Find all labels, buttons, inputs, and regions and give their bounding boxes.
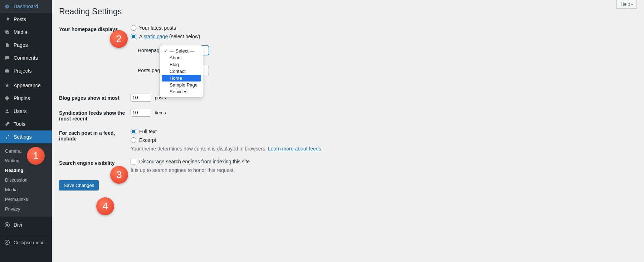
- sidebar-item-settings[interactable]: Settings: [0, 130, 52, 143]
- sidebar-label: Plugins: [14, 95, 30, 101]
- media-icon: [4, 29, 11, 36]
- help-tab[interactable]: Help: [616, 0, 637, 9]
- settings-icon: [4, 133, 11, 140]
- sidebar-item-users[interactable]: Users: [0, 105, 52, 118]
- sidebar-label: Users: [14, 108, 27, 114]
- row-blog-pages: Blog pages show at most posts: [59, 94, 637, 102]
- homepage-select-row: Homepage: — Select —: [138, 46, 637, 55]
- sidebar-label: Posts: [14, 16, 26, 22]
- check-discourage-label: Discourage search engines from indexing …: [139, 159, 250, 164]
- admin-sidebar: Dashboard Posts Media Pages Comments Pro…: [0, 0, 52, 262]
- annotation-3: 3: [110, 166, 128, 184]
- svg-point-0: [6, 109, 8, 111]
- label-feed-content: For each post in a feed, include: [59, 129, 131, 142]
- sidebar-label: Tools: [14, 121, 25, 127]
- radio-excerpt-label: Excerpt: [139, 137, 156, 143]
- svg-point-2: [6, 138, 7, 139]
- divi-icon: [4, 221, 11, 228]
- radio-fulltext-label: Full text: [139, 129, 157, 134]
- feed-description: Your theme determines how content is dis…: [131, 146, 637, 152]
- blog-pages-input[interactable]: [131, 94, 151, 102]
- annotation-1: 1: [27, 147, 45, 165]
- sidebar-label: Pages: [14, 42, 28, 48]
- sidebar-label: Divi: [14, 222, 22, 228]
- collapse-menu-button[interactable]: Collapse menu: [0, 235, 52, 249]
- page-title: Reading Settings: [59, 4, 637, 18]
- sidebar-label: Settings: [14, 134, 32, 140]
- radio-static-page-line: A static page (select below): [131, 34, 637, 39]
- postspage-select-row: Posts page: — Select —: [138, 66, 637, 75]
- sidebar-label: Appearance: [14, 83, 41, 88]
- dd-item-sample-page[interactable]: Sample Page: [162, 81, 201, 88]
- row-homepage-displays: Your homepage displays Your latest posts…: [59, 25, 637, 79]
- radio-latest-posts-label: Your latest posts: [139, 25, 176, 31]
- homepage-dropdown-list: — Select — About Blog Contact Home Sampl…: [160, 45, 203, 98]
- sidebar-item-divi[interactable]: Divi: [0, 218, 52, 231]
- sidebar-sub-reading[interactable]: Reading: [0, 165, 52, 175]
- pages-icon: [4, 41, 11, 49]
- check-discourage-line: Discourage search engines from indexing …: [131, 159, 637, 164]
- plugin-icon: [4, 95, 11, 102]
- pin-icon: [4, 16, 11, 23]
- dd-item-about[interactable]: About: [162, 54, 201, 61]
- sidebar-item-pages[interactable]: Pages: [0, 39, 52, 51]
- annotation-4: 4: [96, 197, 114, 215]
- sidebar-admin-group: Appearance Plugins Users Tools Settings: [0, 79, 52, 143]
- annotation-2: 2: [110, 30, 128, 48]
- portfolio-icon: [4, 67, 11, 74]
- radio-excerpt[interactable]: [131, 137, 136, 143]
- check-discourage-search[interactable]: [131, 159, 136, 164]
- radio-latest-posts[interactable]: [131, 25, 136, 31]
- static-page-link[interactable]: static page: [143, 34, 168, 39]
- dd-item-services[interactable]: Services: [162, 88, 201, 95]
- sidebar-sub-privacy[interactable]: Privacy: [0, 204, 52, 214]
- radio-fulltext[interactable]: [131, 129, 136, 134]
- radio-static-page[interactable]: [131, 34, 136, 39]
- syndication-suffix: items: [155, 110, 166, 115]
- sidebar-label: Comments: [14, 55, 38, 61]
- sidebar-label: Projects: [14, 68, 32, 74]
- collapse-label: Collapse menu: [14, 240, 45, 245]
- dd-item-home[interactable]: Home: [162, 75, 201, 81]
- static-page-options: Homepage: — Select — Posts page: — Selec…: [138, 46, 637, 75]
- sidebar-main-group: Dashboard Posts Media Pages Comments Pro…: [0, 0, 52, 77]
- sidebar-item-tools[interactable]: Tools: [0, 118, 52, 130]
- sidebar-item-appearance[interactable]: Appearance: [0, 79, 52, 92]
- sidebar-item-projects[interactable]: Projects: [0, 64, 52, 77]
- sidebar-label: Dashboard: [14, 4, 38, 9]
- svg-point-1: [8, 135, 9, 136]
- sidebar-item-dashboard[interactable]: Dashboard: [0, 0, 52, 13]
- dashboard-icon: [4, 3, 11, 10]
- appearance-icon: [4, 82, 11, 89]
- sidebar-item-plugins[interactable]: Plugins: [0, 92, 52, 105]
- label-syndication: Syndication feeds show the most recent: [59, 109, 131, 122]
- row-feed-content: For each post in a feed, include Full te…: [59, 129, 637, 152]
- row-syndication: Syndication feeds show the most recent i…: [59, 109, 637, 122]
- sidebar-sub-media[interactable]: Media: [0, 185, 52, 194]
- syndication-input[interactable]: [131, 109, 151, 117]
- search-description: It is up to search engines to honor this…: [131, 167, 637, 173]
- radio-fulltext-line: Full text: [131, 129, 637, 134]
- svg-point-4: [5, 240, 10, 245]
- sidebar-item-comments[interactable]: Comments: [0, 51, 52, 64]
- radio-excerpt-line: Excerpt: [131, 137, 637, 143]
- sidebar-sub-discussion[interactable]: Discussion: [0, 175, 52, 185]
- learn-feeds-link[interactable]: Learn more about feeds: [268, 146, 321, 152]
- sidebar-label: Media: [14, 29, 27, 35]
- dd-item-select[interactable]: — Select —: [162, 48, 201, 54]
- comment-icon: [4, 54, 11, 61]
- tools-icon: [4, 120, 11, 128]
- save-changes-button[interactable]: Save Changes: [59, 180, 99, 191]
- label-search-visibility: Search engine visibility: [59, 159, 131, 166]
- sidebar-item-media[interactable]: Media: [0, 26, 52, 39]
- collapse-icon: [4, 239, 11, 246]
- label-blog-pages: Blog pages show at most: [59, 94, 131, 101]
- dd-item-blog[interactable]: Blog: [162, 61, 201, 68]
- user-icon: [4, 108, 11, 115]
- sidebar-item-posts[interactable]: Posts: [0, 13, 52, 26]
- dd-item-contact[interactable]: Contact: [162, 68, 201, 75]
- content-area: Help Reading Settings Your homepage disp…: [52, 0, 644, 194]
- radio-latest-posts-line: Your latest posts: [131, 25, 637, 31]
- row-search-visibility: Search engine visibility Discourage sear…: [59, 159, 637, 173]
- sidebar-sub-permalinks[interactable]: Permalinks: [0, 194, 52, 204]
